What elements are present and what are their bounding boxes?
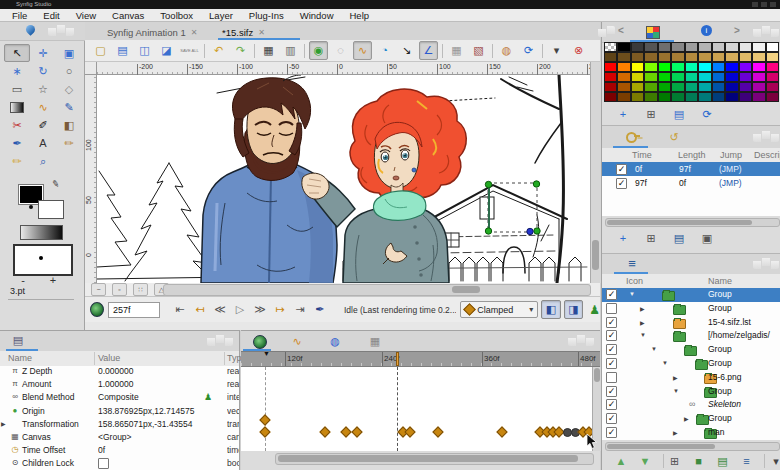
palette-swatch[interactable]: [658, 92, 671, 102]
layer-row[interactable]: ✓∞Skeleton: [602, 398, 780, 412]
dock-grip-icon[interactable]: [568, 335, 594, 346]
column-header-name[interactable]: Name: [708, 276, 732, 286]
layer-row[interactable]: ✓▼Group: [602, 357, 780, 371]
palette-swatch[interactable]: [685, 62, 698, 72]
close-canvas-button[interactable]: ⊗: [569, 41, 588, 60]
dock-grip-icon[interactable]: [598, 26, 615, 37]
palette-swatch[interactable]: [739, 82, 752, 92]
param-value[interactable]: Composite: [98, 392, 202, 402]
new-layer-button[interactable]: ≡: [739, 453, 753, 469]
tool-cutout[interactable]: ✂: [4, 116, 30, 134]
more-options-button[interactable]: ▾: [547, 41, 566, 60]
tool-polygon[interactable]: ◇: [56, 80, 82, 98]
palette-swatch[interactable]: [644, 72, 657, 82]
keyframe-properties-button[interactable]: ▣: [698, 230, 716, 246]
expand-icon[interactable]: ▶: [673, 374, 678, 381]
palette-swatch[interactable]: [644, 62, 657, 72]
dock-grip-icon[interactable]: [753, 258, 779, 269]
palette-swatch[interactable]: [604, 42, 617, 52]
snap-grid-button[interactable]: ▧: [469, 41, 488, 60]
tool-circle[interactable]: ○: [56, 62, 82, 80]
waypoint-diamond[interactable]: [319, 426, 330, 437]
canvas-artwork[interactable]: [97, 75, 590, 283]
layer-checkbox[interactable]: ✓: [606, 289, 617, 300]
palette-swatch[interactable]: [725, 92, 738, 102]
close-tab-icon[interactable]: ✕: [258, 28, 265, 37]
tool-width[interactable]: ✏: [4, 152, 30, 170]
new-canvas-button[interactable]: ▢: [91, 41, 110, 60]
palette-swatch[interactable]: [631, 52, 644, 62]
waypoint-diamond[interactable]: [259, 414, 270, 425]
tool-fill[interactable]: ◧: [56, 116, 82, 134]
layer-checkbox[interactable]: ✓: [606, 358, 617, 369]
parameter-row[interactable]: ◷Time Offset0ftime: [0, 445, 239, 458]
palette-swatch[interactable]: [617, 42, 630, 52]
palette-swatch[interactable]: [671, 72, 684, 82]
play-button[interactable]: ▷: [230, 302, 250, 318]
waypoint-diamond[interactable]: [496, 426, 507, 437]
timetrack-area[interactable]: [241, 367, 592, 451]
stroke-width-value[interactable]: 3.pt: [10, 286, 25, 296]
curves-tab-icon[interactable]: ∿: [287, 334, 307, 349]
open-canvas-button[interactable]: ▤: [113, 41, 132, 60]
parameter-row[interactable]: ⊙Children Lockbool: [0, 458, 239, 470]
tool-spline[interactable]: ∿: [30, 98, 56, 116]
parameters-tab-icon[interactable]: ▤: [8, 333, 28, 348]
palette-swatch[interactable]: [752, 42, 765, 52]
palette-swatch[interactable]: [725, 72, 738, 82]
lower-layer-button[interactable]: ▼: [638, 453, 652, 469]
redo-button[interactable]: ↷: [231, 41, 250, 60]
layer-row[interactable]: ▶15-6.png: [602, 371, 780, 385]
layers-tab-icon[interactable]: ≡: [622, 256, 642, 271]
param-value[interactable]: 158.865071px,-31.43554: [98, 419, 202, 429]
menu-plug-ins[interactable]: Plug-Ins: [241, 10, 292, 21]
toggle-a-button[interactable]: −: [91, 283, 106, 296]
palette-swatch[interactable]: [752, 72, 765, 82]
palette-swatch[interactable]: [644, 42, 657, 52]
waypoint-diamond[interactable]: [404, 426, 415, 437]
save-as-canvas-button[interactable]: ◪: [157, 41, 176, 60]
param-value[interactable]: <Group>: [98, 432, 202, 442]
layer-checkbox[interactable]: [606, 372, 617, 385]
canvas-view[interactable]: [97, 75, 590, 283]
keyframe-row[interactable]: ✓97f0f(JMP): [602, 176, 780, 190]
timetrack-tab-icon[interactable]: [253, 335, 267, 349]
seek-end-button[interactable]: ⇥: [290, 302, 310, 318]
palette-swatch[interactable]: [685, 82, 698, 92]
parameter-row[interactable]: ▶Transformation158.865071px,-31.43554tra…: [0, 419, 239, 432]
tool-smooth-move[interactable]: ✛: [30, 44, 56, 62]
expand-icon[interactable]: ▶: [673, 429, 678, 436]
palette-swatch[interactable]: [739, 62, 752, 72]
palette-swatch[interactable]: [658, 52, 671, 62]
toggle-b-button[interactable]: ▫: [112, 283, 127, 296]
palette-swatch[interactable]: [752, 82, 765, 92]
tool-brush[interactable]: ✐: [30, 116, 56, 134]
palette-swatch[interactable]: [712, 42, 725, 52]
tool-zoom[interactable]: ⌕: [30, 152, 56, 170]
waypoint-diamond[interactable]: [340, 426, 351, 437]
palette-swatch[interactable]: [644, 92, 657, 102]
palette-swatch[interactable]: [658, 72, 671, 82]
keyframe-checkbox[interactable]: ✓: [616, 178, 627, 189]
palette-swatch[interactable]: [725, 42, 738, 52]
tool-gradient[interactable]: [4, 98, 30, 116]
tab-synfig-animation-1[interactable]: Synfig Animation 1 ✕: [103, 24, 201, 40]
layer-checkbox[interactable]: ✓: [606, 427, 617, 438]
palette-swatch[interactable]: [712, 82, 725, 92]
library-tab-icon[interactable]: ▦: [365, 334, 385, 349]
palette-swatch[interactable]: [604, 62, 617, 72]
palette-swatch[interactable]: [698, 42, 711, 52]
tool-star[interactable]: ☆: [30, 80, 56, 98]
default-gradient-widget[interactable]: [20, 225, 63, 240]
parameter-row[interactable]: ∞Blend MethodComposite♟integer: [0, 392, 239, 405]
collapse-icon[interactable]: ▼: [651, 346, 657, 352]
palette-swatch[interactable]: [725, 82, 738, 92]
palette-swatch[interactable]: [671, 42, 684, 52]
column-header-time[interactable]: Time: [632, 150, 652, 160]
menu-layer[interactable]: Layer: [201, 10, 241, 21]
palette-swatch[interactable]: [698, 92, 711, 102]
collapse-icon[interactable]: ▼: [629, 291, 635, 297]
duck-tangent-button[interactable]: ∿: [353, 41, 372, 60]
palette-swatch[interactable]: [725, 52, 738, 62]
palette-swatch[interactable]: [712, 72, 725, 82]
